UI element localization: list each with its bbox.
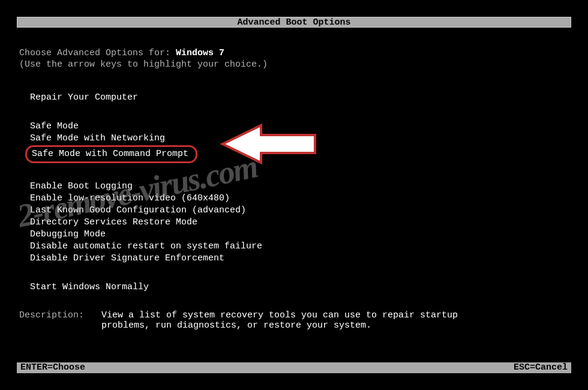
menu-safe-mode-networking[interactable]: Safe Mode with Networking: [30, 133, 569, 144]
menu-disable-auto-restart[interactable]: Disable automatic restart on system fail…: [30, 241, 569, 252]
menu-disable-driver-sig[interactable]: Disable Driver Signature Enforcement: [30, 253, 569, 264]
choose-prefix: Choose Advanced Options for:: [19, 48, 176, 58]
footer-esc-hint: ESC=Cancel: [514, 362, 568, 373]
boot-menu: Repair Your Computer Safe Mode Safe Mode…: [19, 92, 569, 293]
menu-boot-logging[interactable]: Enable Boot Logging: [30, 181, 569, 192]
title-bar: Advanced Boot Options: [17, 17, 571, 28]
instruction-text: (Use the arrow keys to highlight your ch…: [19, 59, 569, 70]
footer-enter-hint: ENTER=Choose: [20, 362, 85, 373]
content-area: Choose Advanced Options for: Windows 7 (…: [19, 48, 569, 294]
menu-repair-computer[interactable]: Repair Your Computer: [30, 92, 569, 103]
choose-line: Choose Advanced Options for: Windows 7: [19, 48, 569, 58]
window-title: Advanced Boot Options: [237, 17, 350, 28]
menu-safe-mode-command-prompt[interactable]: Safe Mode with Command Prompt: [30, 145, 569, 163]
menu-start-normally[interactable]: Start Windows Normally: [30, 282, 569, 293]
menu-last-known-good[interactable]: Last Known Good Configuration (advanced): [30, 205, 569, 216]
description-block: Description: View a list of system recov…: [19, 310, 564, 331]
os-name: Windows 7: [176, 48, 224, 58]
menu-debugging-mode[interactable]: Debugging Mode: [30, 229, 569, 240]
menu-low-res-video[interactable]: Enable low-resolution video (640x480): [30, 193, 569, 204]
highlighted-option: Safe Mode with Command Prompt: [25, 145, 197, 163]
menu-safe-mode[interactable]: Safe Mode: [30, 121, 569, 132]
description-label: Description:: [19, 310, 96, 320]
menu-directory-services-restore[interactable]: Directory Services Restore Mode: [30, 217, 569, 228]
description-text: View a list of system recovery tools you…: [101, 310, 461, 331]
footer-bar: ENTER=Choose ESC=Cancel: [17, 362, 571, 373]
